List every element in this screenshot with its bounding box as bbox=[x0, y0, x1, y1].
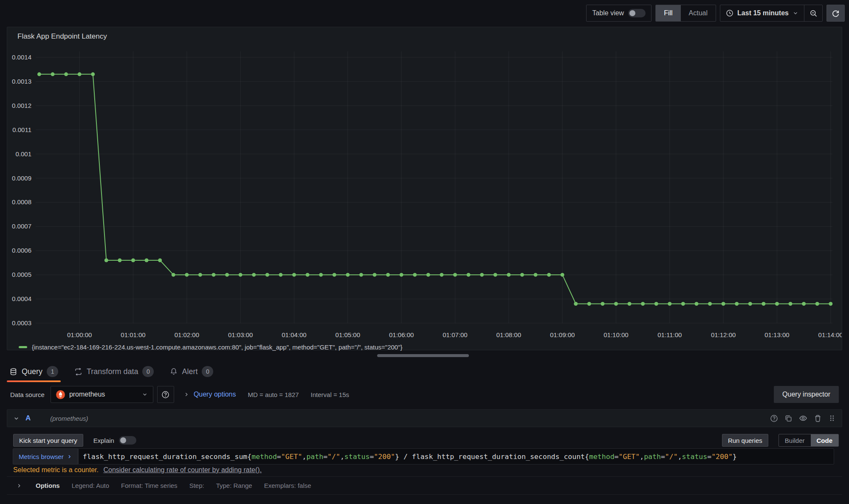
table-view-toggle[interactable] bbox=[628, 9, 646, 17]
tab-transform-data[interactable]: Transform data 0 bbox=[72, 360, 156, 383]
svg-text:0.0013: 0.0013 bbox=[12, 78, 31, 85]
magnifier-minus-icon bbox=[810, 9, 818, 17]
table-view-label: Table view bbox=[592, 9, 624, 17]
svg-text:01:07:00: 01:07:00 bbox=[443, 331, 467, 338]
options-type: Type: Range bbox=[216, 482, 252, 489]
legend-series-label: {instance="ec2-184-169-216-224.us-west-1… bbox=[32, 344, 403, 351]
chevron-right-icon bbox=[16, 483, 22, 489]
tab-alert-label: Alert bbox=[182, 367, 197, 376]
svg-text:0.0011: 0.0011 bbox=[12, 126, 31, 133]
help-circle-icon bbox=[161, 391, 169, 399]
bell-icon bbox=[170, 368, 178, 375]
interval-value: Interval = 15s bbox=[311, 391, 349, 398]
warning-text: Selected metric is a counter. bbox=[13, 466, 99, 473]
options-legend: Legend: Auto bbox=[72, 482, 109, 489]
clock-icon bbox=[726, 9, 733, 17]
zoom-out-button[interactable] bbox=[804, 5, 822, 21]
svg-text:01:00:00: 01:00:00 bbox=[67, 331, 92, 338]
refresh-button[interactable] bbox=[826, 5, 845, 22]
chevron-right-icon bbox=[183, 391, 189, 397]
datasource-label: Data source bbox=[10, 391, 45, 398]
horizontal-scrollbar[interactable] bbox=[377, 354, 469, 357]
latency-chart[interactable]: 01:00:0001:01:0001:02:0001:03:0001:04:00… bbox=[7, 42, 842, 345]
datasource-row: Data source prometheus Query options MD … bbox=[7, 386, 842, 403]
drag-handle-icon[interactable] bbox=[828, 414, 836, 422]
code-mode-button[interactable]: Code bbox=[811, 434, 839, 446]
actual-button[interactable]: Actual bbox=[681, 5, 716, 21]
chart-legend[interactable]: {instance="ec2-184-169-216-224.us-west-1… bbox=[19, 344, 403, 351]
svg-text:01:11:00: 01:11:00 bbox=[657, 331, 682, 338]
tab-transform-badge: 0 bbox=[142, 366, 154, 377]
tab-transform-label: Transform data bbox=[87, 367, 138, 376]
svg-text:01:14:00: 01:14:00 bbox=[818, 331, 842, 338]
chevron-down-icon bbox=[142, 391, 148, 397]
active-tab-underline bbox=[7, 380, 61, 382]
query-options-toggle[interactable]: Query options bbox=[183, 391, 236, 398]
svg-text:0.0012: 0.0012 bbox=[12, 102, 31, 109]
tab-query-badge: 1 bbox=[47, 366, 58, 377]
svg-text:01:01:00: 01:01:00 bbox=[121, 331, 145, 338]
tab-alert[interactable]: Alert 0 bbox=[167, 360, 216, 383]
query-inspector-button[interactable]: Query inspector bbox=[774, 386, 839, 403]
builder-code-switch: Builder Code bbox=[778, 434, 839, 447]
query-row-a[interactable]: A (prometheus) bbox=[7, 409, 842, 427]
rate-hint-link[interactable]: Consider calculating rate of counter by … bbox=[103, 466, 262, 473]
explain-label: Explain bbox=[93, 437, 114, 444]
options-format: Format: Time series bbox=[121, 482, 178, 489]
svg-text:0.0009: 0.0009 bbox=[12, 175, 31, 182]
svg-text:01:13:00: 01:13:00 bbox=[764, 331, 789, 338]
options-step: Step: bbox=[189, 482, 204, 489]
latency-panel: Flask App Endpoint Latency 01:00:0001:01… bbox=[7, 27, 842, 350]
svg-text:01:12:00: 01:12:00 bbox=[711, 331, 736, 338]
promql-input[interactable]: flask_http_request_duration_seconds_sum{… bbox=[78, 448, 834, 465]
time-range-picker[interactable]: Last 15 minutes bbox=[720, 5, 804, 21]
time-picker-group: Last 15 minutes bbox=[720, 5, 823, 22]
kick-start-query-button[interactable]: Kick start your query bbox=[13, 434, 83, 447]
tab-alert-badge: 0 bbox=[202, 366, 213, 377]
datasource-name: prometheus bbox=[69, 391, 105, 398]
svg-text:01:02:00: 01:02:00 bbox=[175, 331, 199, 338]
table-view-control: Table view bbox=[586, 5, 652, 22]
builder-mode-button[interactable]: Builder bbox=[779, 434, 811, 446]
options-row[interactable]: Options Legend: Auto Format: Time series… bbox=[7, 476, 842, 495]
hide-query-eye-button[interactable] bbox=[799, 414, 807, 422]
transform-icon bbox=[74, 368, 82, 376]
promql-expression: flask_http_request_duration_seconds_sum{… bbox=[83, 453, 737, 461]
query-help-button[interactable] bbox=[770, 414, 778, 422]
svg-text:0.0014: 0.0014 bbox=[12, 53, 31, 61]
svg-text:0.0006: 0.0006 bbox=[12, 247, 31, 254]
run-queries-button[interactable]: Run queries bbox=[722, 434, 768, 447]
svg-text:0.0007: 0.0007 bbox=[12, 222, 31, 230]
options-label: Options bbox=[36, 482, 60, 489]
svg-text:01:09:00: 01:09:00 bbox=[550, 331, 575, 338]
svg-text:0.001: 0.001 bbox=[15, 150, 31, 158]
datasource-select[interactable]: prometheus bbox=[51, 386, 153, 403]
svg-text:0.0005: 0.0005 bbox=[12, 271, 31, 278]
query-datasource-hint: (prometheus) bbox=[50, 415, 88, 422]
duplicate-query-button[interactable] bbox=[784, 414, 793, 422]
query-toolbar: Kick start your query Explain Run querie… bbox=[13, 434, 839, 447]
svg-text:01:10:00: 01:10:00 bbox=[604, 331, 628, 338]
legend-series-marker bbox=[19, 346, 27, 348]
promql-editor-row: Metrics browser flask_http_request_durat… bbox=[13, 448, 834, 465]
tab-query-label: Query bbox=[22, 367, 42, 376]
collapse-chevron-icon[interactable] bbox=[13, 415, 20, 422]
query-row-actions bbox=[770, 414, 836, 422]
tab-query[interactable]: Query 1 bbox=[7, 360, 61, 383]
metrics-browser-toggle[interactable]: Metrics browser bbox=[13, 448, 78, 465]
panel-title: Flask App Endpoint Latency bbox=[17, 32, 107, 41]
prometheus-icon bbox=[56, 390, 65, 399]
fill-button[interactable]: Fill bbox=[656, 5, 680, 21]
svg-text:0.0008: 0.0008 bbox=[12, 198, 31, 206]
svg-text:01:03:00: 01:03:00 bbox=[228, 331, 253, 338]
delete-query-button[interactable] bbox=[814, 414, 822, 422]
metrics-browser-label: Metrics browser bbox=[19, 453, 64, 460]
fill-actual-switch: Fill Actual bbox=[655, 5, 716, 22]
svg-text:0.0004: 0.0004 bbox=[12, 295, 31, 302]
explain-toggle[interactable] bbox=[119, 436, 136, 445]
svg-text:01:08:00: 01:08:00 bbox=[496, 331, 521, 338]
editor-tabs: Query 1 Transform data 0 Alert 0 bbox=[7, 360, 216, 383]
options-exemplars: Exemplars: false bbox=[264, 482, 311, 489]
max-data-points-value: MD = auto = 1827 bbox=[248, 391, 299, 398]
datasource-help-button[interactable] bbox=[157, 386, 174, 403]
